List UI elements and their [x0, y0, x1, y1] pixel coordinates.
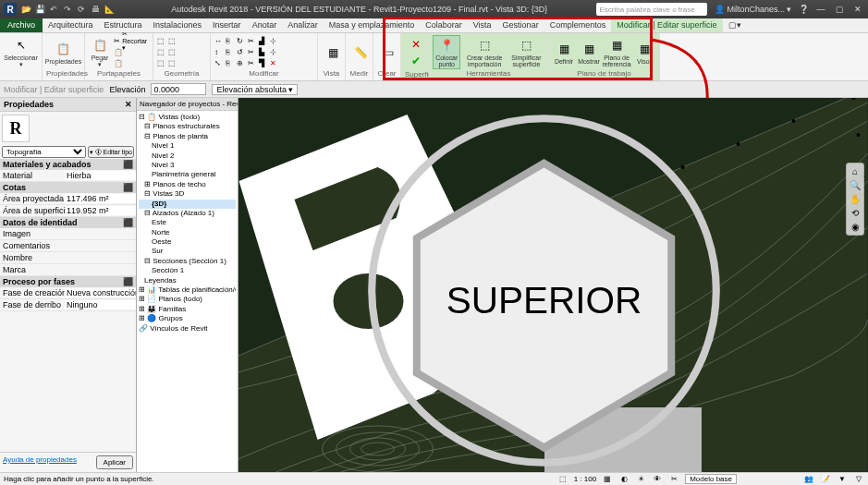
- status-icon-1[interactable]: ⬚: [557, 474, 568, 485]
- tree-item[interactable]: ⊟ Secciones (Sección 1): [139, 257, 236, 266]
- tab-gestionar[interactable]: Gestionar: [497, 18, 544, 32]
- tree-item[interactable]: Nivel 2: [139, 152, 236, 161]
- status-icon-4[interactable]: ☀: [635, 474, 646, 485]
- tree-item[interactable]: {3D}: [139, 200, 236, 209]
- geom-btn1[interactable]: ⬚⬚: [157, 36, 177, 47]
- tree-item[interactable]: Este: [139, 218, 236, 227]
- file-tab[interactable]: Archivo: [0, 18, 43, 32]
- status-icon-3[interactable]: ◐: [618, 474, 630, 485]
- tree-item[interactable]: ⊟ 📋 Vistas (todo): [139, 113, 236, 122]
- viewport-3d[interactable]: SUPERIOR ⌂ 🔍 ✋ ⟲ ◉: [238, 98, 868, 472]
- mirror-icon[interactable]: ▟: [259, 37, 268, 46]
- elevation-abs-dropdown[interactable]: Elevación absoluta ▾: [212, 84, 298, 95]
- tree-item[interactable]: ⊟ Alzados (Alzado 1): [139, 209, 236, 218]
- cat-cotas[interactable]: Cotas⬛: [0, 182, 136, 193]
- tree-item[interactable]: Leyendas: [139, 276, 236, 285]
- status-select-icon[interactable]: ▼: [837, 474, 848, 485]
- tree-item[interactable]: Norte: [139, 228, 236, 237]
- tab-vista[interactable]: Vista: [468, 18, 497, 32]
- tab-complementos[interactable]: Complementos: [544, 18, 612, 32]
- nav-full-icon[interactable]: ⌂: [852, 166, 858, 176]
- geom-btn2[interactable]: ⬚⬚: [157, 47, 177, 58]
- nav-zoom-icon[interactable]: 🔍: [850, 180, 861, 190]
- qat-undo-icon[interactable]: ↶: [48, 4, 59, 15]
- view-cube[interactable]: SUPERIOR: [238, 103, 859, 472]
- material-value[interactable]: Hierba: [65, 171, 136, 180]
- tab-colaborar[interactable]: Colaborar: [420, 18, 468, 32]
- tree-item[interactable]: ⊟ Planos estructurales: [139, 122, 236, 131]
- tab-extra[interactable]: ▢▾: [723, 18, 747, 32]
- rotate-icon[interactable]: ↻: [237, 37, 246, 46]
- tab-modificar-context[interactable]: Modificar | Editar superficie: [611, 18, 722, 32]
- properties-close-icon[interactable]: ✕: [125, 100, 132, 109]
- split-icon[interactable]: ⊹: [270, 37, 279, 46]
- navigation-bar[interactable]: ⌂ 🔍 ✋ ⟲ ◉: [846, 163, 864, 236]
- tree-item[interactable]: Nivel 3: [139, 161, 236, 170]
- cat-materials[interactable]: Materiales y acabados⬛: [0, 159, 136, 170]
- user-menu[interactable]: 👤 MiltonChanes... ▾: [715, 5, 791, 14]
- status-scale[interactable]: 1 : 100: [574, 475, 596, 483]
- tree-item[interactable]: Sur: [139, 247, 236, 256]
- tree-item[interactable]: Oeste: [139, 237, 236, 247]
- tree-item[interactable]: Sección 1: [139, 266, 236, 275]
- maximize-button[interactable]: ▢: [833, 5, 846, 14]
- simplify-surface-button[interactable]: ⬚Simplificar superficie: [508, 36, 544, 68]
- status-icon-5[interactable]: 👁: [652, 474, 663, 485]
- geom-btn3[interactable]: ⬚⬚: [157, 58, 177, 69]
- edit-type-button[interactable]: ▾ 🛈 Editar tipo: [88, 146, 134, 158]
- tree-item[interactable]: ⊞ 📊 Tablas de planificación/Cantida: [139, 285, 236, 295]
- cat-phasing[interactable]: Proceso por fases⬛: [0, 276, 136, 287]
- tree-item[interactable]: ⊟ Vistas 3D: [139, 189, 236, 199]
- cat-identity[interactable]: Datos de identidad⬛: [0, 217, 136, 228]
- viewer-button[interactable]: ▦Visor: [633, 40, 655, 66]
- view-button[interactable]: ▦: [322, 43, 344, 62]
- qat-open-icon[interactable]: 📂: [20, 4, 31, 15]
- create-button[interactable]: ▭: [377, 43, 399, 62]
- tree-item[interactable]: ⊞ 📄 Planos (todo): [139, 295, 236, 304]
- tab-insertar[interactable]: Insertar: [207, 18, 247, 32]
- ref-plane-button[interactable]: ▦Plano de referencia: [603, 36, 630, 68]
- measure-button[interactable]: 📏: [349, 43, 372, 62]
- status-model[interactable]: Modelo base: [685, 474, 737, 484]
- apply-button[interactable]: Aplicar: [96, 455, 133, 469]
- cut-button[interactable]: ✂✂ Recortar ▾: [114, 36, 150, 47]
- properties-help-link[interactable]: Ayuda de propiedades: [3, 455, 77, 469]
- finish-icon[interactable]: ✔: [408, 53, 424, 69]
- qat-measure-icon[interactable]: 📐: [104, 4, 115, 15]
- set-workplane-button[interactable]: ▦Definir: [553, 40, 575, 66]
- tab-masa[interactable]: Masa y emplazamiento: [324, 18, 421, 32]
- qat-print-icon[interactable]: 🖶: [90, 4, 101, 15]
- status-icon-2[interactable]: ▦: [602, 474, 613, 485]
- qat-sync-icon[interactable]: ⟳: [76, 4, 87, 15]
- tab-anotar[interactable]: Anotar: [247, 18, 283, 32]
- nav-pan-icon[interactable]: ✋: [850, 194, 861, 204]
- place-point-button[interactable]: 📍Colocar punto: [433, 35, 460, 69]
- status-icon-6[interactable]: ✂: [668, 474, 679, 485]
- create-from-import-button[interactable]: ⬚Crear desde importación: [463, 36, 505, 68]
- paste-button[interactable]: 📋Pegar ▾: [89, 36, 111, 68]
- tab-instalaciones[interactable]: Instalaciones: [148, 18, 208, 32]
- tree-item[interactable]: ⊟ Planos de planta: [139, 132, 236, 141]
- match-button[interactable]: 📋: [114, 58, 150, 69]
- status-worksets-icon[interactable]: 👥: [803, 474, 814, 485]
- help-icon[interactable]: ❔: [799, 5, 809, 14]
- status-filter-icon[interactable]: ▽: [853, 474, 864, 485]
- qat-redo-icon[interactable]: ↷: [62, 4, 73, 15]
- show-workplane-button[interactable]: ▦Mostrar: [578, 40, 600, 66]
- search-box[interactable]: Escriba palabra clave o frase: [596, 3, 707, 16]
- cancel-icon[interactable]: ✕: [408, 36, 424, 53]
- tab-arquitectura[interactable]: Arquitectura: [43, 18, 99, 32]
- tree-item[interactable]: Planimetría general: [139, 170, 236, 179]
- tree-item[interactable]: Nivel 1: [139, 141, 236, 151]
- copy-icon[interactable]: ⎘: [226, 37, 235, 46]
- copy-button[interactable]: 📋: [114, 47, 150, 58]
- elevation-input[interactable]: [151, 83, 206, 95]
- delete-icon[interactable]: ✕: [270, 59, 279, 68]
- move-icon[interactable]: ↔: [214, 37, 224, 46]
- nav-orbit-icon[interactable]: ⟲: [851, 208, 859, 218]
- trim-icon[interactable]: ✂: [248, 37, 257, 46]
- status-editable-icon[interactable]: 📝: [820, 474, 831, 485]
- tree-item[interactable]: 🔗 Vínculos de Revit: [139, 324, 236, 333]
- select-button[interactable]: ↖Seleccionar ▾: [4, 36, 38, 68]
- nav-wheel-icon[interactable]: ◉: [851, 222, 860, 232]
